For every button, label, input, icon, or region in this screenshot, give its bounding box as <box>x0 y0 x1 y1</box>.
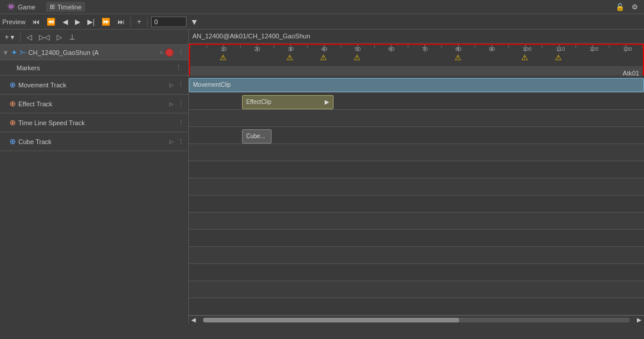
timeline-empty-row-8 <box>189 264 644 281</box>
game-icon: 👾 <box>7 3 15 11</box>
tab-game[interactable]: 👾 Game <box>4 2 39 12</box>
circle-icon: ○ <box>159 49 163 56</box>
ruler-bar <box>190 45 643 66</box>
next-end-button[interactable]: ⏭ <box>115 17 127 27</box>
movement-icon: ⊕ <box>9 80 16 89</box>
scroll-left-button[interactable]: ◀ <box>189 316 198 324</box>
main-toolbar: Preview ⏮ ⏪ ◀ ▶ ▶| ⏩ ⏭ + ▼ <box>0 14 644 30</box>
lock-button[interactable]: 🔓 <box>613 2 627 12</box>
prev-button[interactable]: ⏪ <box>44 17 58 27</box>
top-right-icons: 🔓 ⚙ <box>613 2 640 12</box>
record-button[interactable] <box>165 48 174 57</box>
ruler-canvas <box>190 45 643 66</box>
scrollbar-row: ◀ ▶ <box>189 315 644 324</box>
effect-arrow-button[interactable]: ▷ <box>168 100 175 107</box>
movement-track-btns: ▷ ⋮ <box>168 80 186 89</box>
object-row-expand[interactable]: ▼ <box>2 49 9 56</box>
object-label: CH_12400_GaoShun (A <box>28 49 157 56</box>
timeline-speed-track-label: Time Line Speed Track <box>18 119 174 126</box>
add-button[interactable]: + <box>135 17 143 27</box>
cube-clip[interactable]: Cube... <box>242 129 272 144</box>
play-button[interactable]: ▶ <box>73 17 83 27</box>
movement-track-label: Movement Track <box>18 82 166 89</box>
track-row-cube: ⊕ Cube Track ▷ ⋮ <box>0 132 188 151</box>
effect-more-button[interactable]: ⋮ <box>176 99 186 108</box>
scroll-right-button[interactable]: ▶ <box>635 316 644 324</box>
markers-label: Markers <box>17 64 174 71</box>
preview-label: Preview <box>2 18 25 25</box>
cube-more-button[interactable]: ⋮ <box>176 137 186 146</box>
top-bar: 👾 Game ⊞ Timeline 🔓 ⚙ <box>0 0 644 14</box>
cube-track-btns: ▷ ⋮ <box>168 137 186 146</box>
object-row: ▼ ✦ >- CH_12400_GaoShun (A ○ ⋮ <box>0 45 188 60</box>
chain-icon: >- <box>19 48 26 57</box>
timeline-movement-row: MovementClip <box>189 76 644 93</box>
speed-more-button[interactable]: ⋮ <box>176 118 186 127</box>
pin-button[interactable]: ⊥ <box>67 32 77 42</box>
dropdown-button[interactable]: ▼ <box>189 17 200 27</box>
frame-input[interactable] <box>151 17 187 27</box>
gear-button[interactable]: ⚙ <box>629 2 640 12</box>
scrollbar-thumb[interactable] <box>203 318 459 322</box>
timeline-subtoolbar: + ▾ ◁ ▷◁ ▷ ⊥ <box>0 30 188 45</box>
cube-icon: ⊕ <box>9 137 16 146</box>
timeline-empty-row-9 <box>189 281 644 298</box>
markers-row: Markers ⋮ <box>0 60 188 76</box>
tab-timeline-label: Timeline <box>57 4 81 11</box>
markers-more-button[interactable]: ⋮ <box>174 63 184 72</box>
effect-clip[interactable]: EffectClip ▶ <box>242 95 334 109</box>
timeline-effect-row: EffectClip ▶ <box>189 93 644 110</box>
movement-clip-label: MovementClip <box>193 82 231 88</box>
timeline-empty-row-6 <box>189 230 644 247</box>
ruler-section: Atk01 <box>189 44 644 76</box>
next-button[interactable]: ⏩ <box>99 17 113 27</box>
zoom-out-button[interactable]: ◁ <box>24 32 34 42</box>
movement-more-button[interactable]: ⋮ <box>176 80 186 89</box>
right-title-bar: AN_12400@Atk01/CH_12400_GaoShun <box>189 30 644 44</box>
timeline-icon: ⊞ <box>50 3 55 11</box>
timeline-empty-row-2 <box>189 161 644 178</box>
timeline-empty-row-5 <box>189 213 644 230</box>
track-row-timeline-speed: ⊕ Time Line Speed Track ⋮ <box>0 113 188 132</box>
effect-icon: ⊕ <box>9 99 16 108</box>
tsep1 <box>20 32 21 42</box>
play-prev-button[interactable]: ◀ <box>60 17 70 27</box>
object-more-button[interactable]: ⋮ <box>176 48 186 57</box>
prev-start-button[interactable]: ⏮ <box>30 17 42 27</box>
left-panel: + ▾ ◁ ▷◁ ▷ ⊥ ▼ ✦ >- CH_12400_GaoShun (A … <box>0 30 189 324</box>
timeline-empty-row-10 <box>189 298 644 315</box>
timeline-cube-row: Cube... <box>189 127 644 144</box>
timeline-empty-row-3 <box>189 178 644 195</box>
track-row-movement: ⊕ Movement Track ▷ ⋮ <box>0 76 188 94</box>
cube-arrow-button[interactable]: ▷ <box>168 138 175 145</box>
timeline-speed-row <box>189 110 644 127</box>
tab-game-label: Game <box>18 4 35 11</box>
speed-track-btns: ⋮ <box>176 118 186 127</box>
cube-clip-label: Cube... <box>246 133 265 139</box>
right-panel: AN_12400@Atk01/CH_12400_GaoShun Atk01 Mo… <box>189 30 644 324</box>
add-track-button[interactable]: + ▾ <box>2 32 17 42</box>
effect-clip-arrow: ▶ <box>325 99 329 105</box>
effect-clip-label: EffectClip <box>246 99 272 105</box>
timeline-empty-row-1 <box>189 144 644 161</box>
timeline-empty-row-7 <box>189 247 644 264</box>
movement-clip[interactable]: MovementClip <box>189 78 644 92</box>
effect-track-btns: ▷ ⋮ <box>168 99 186 108</box>
toolbar-sep <box>130 17 131 27</box>
track-row-effect: ⊕ Effect Track ▷ ⋮ <box>0 94 188 113</box>
main-layout: + ▾ ◁ ▷◁ ▷ ⊥ ▼ ✦ >- CH_12400_GaoShun (A … <box>0 30 644 324</box>
cube-track-label: Cube Track <box>18 138 166 145</box>
zoom-in-button[interactable]: ▷ <box>54 32 64 42</box>
scrollbar-track <box>203 318 630 322</box>
timeline-empty-row-4 <box>189 195 644 213</box>
object-icon: ✦ <box>11 48 17 57</box>
object-title: AN_12400@Atk01/CH_12400_GaoShun <box>192 32 310 40</box>
speed-icon: ⊕ <box>9 118 16 127</box>
play-next-button[interactable]: ▶| <box>85 17 97 27</box>
toolbar-sep2 <box>147 17 148 27</box>
effect-track-label: Effect Track <box>18 100 166 107</box>
tab-timeline[interactable]: ⊞ Timeline <box>46 2 85 12</box>
movement-arrow-button[interactable]: ▷ <box>168 82 175 89</box>
fit-button[interactable]: ▷◁ <box>37 32 52 42</box>
